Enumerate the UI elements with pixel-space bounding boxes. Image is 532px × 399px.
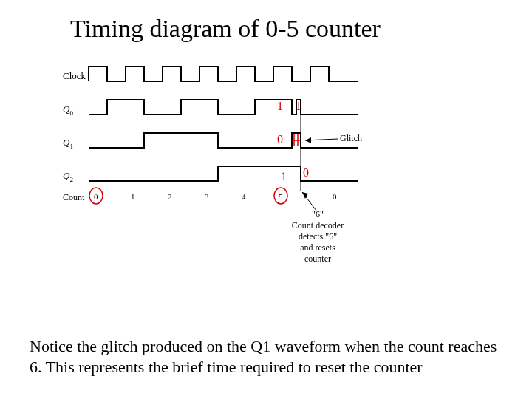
svg-marker-0 [305, 137, 311, 143]
slide: Timing diagram of 0-5 counter Clock Q0 Q… [0, 0, 532, 399]
red-glitch-mark [292, 134, 300, 146]
q2-wave [89, 166, 358, 181]
waveform-svg [63, 59, 373, 273]
q1-wave [89, 133, 358, 148]
red-circle-0 [89, 188, 103, 204]
timing-diagram: Clock Q0 Q1 Q2 Count 0 1 2 3 4 5 0 Glitc… [63, 59, 373, 273]
page-title: Timing diagram of 0-5 counter [70, 15, 381, 43]
red-circle-5 [274, 188, 287, 204]
svg-marker-1 [302, 192, 308, 199]
caption-text: Notice the glitch produced on the Q1 wav… [30, 336, 502, 377]
clock-wave [89, 66, 358, 81]
q0-wave [89, 100, 358, 115]
